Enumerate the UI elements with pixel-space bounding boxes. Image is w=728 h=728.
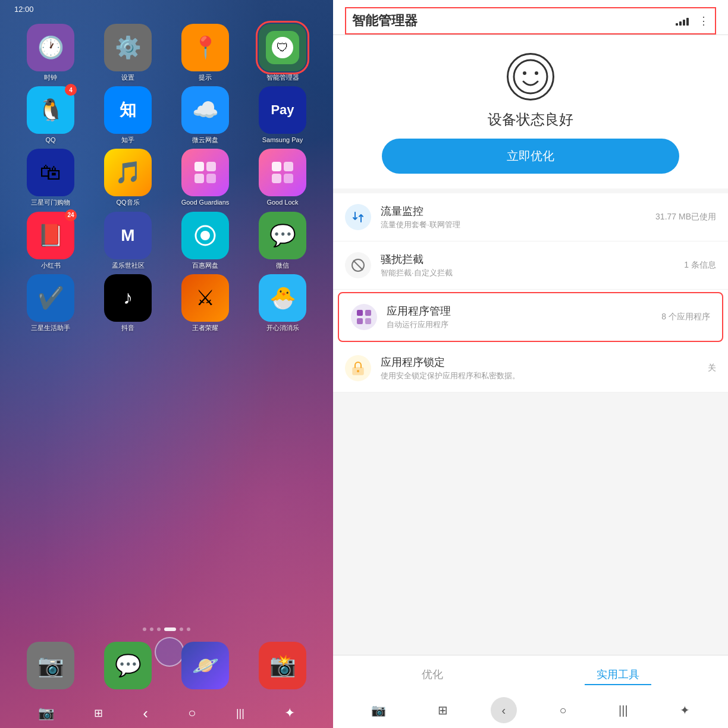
nav-camera-left[interactable]: 📷 bbox=[38, 705, 54, 721]
left-panel: 12:00 🕐 时钟 ⚙️ 设置 📍 提示 🛡 bbox=[0, 0, 333, 728]
dock-camera2[interactable]: 📸 bbox=[250, 642, 315, 689]
app-manager-content: 应用程序管理 自动运行应用程序 bbox=[387, 304, 661, 330]
traffic-value: 31.77 MB已使用 bbox=[655, 212, 716, 222]
svg-rect-7 bbox=[284, 174, 293, 183]
app-douyin[interactable]: ♪ 抖音 bbox=[95, 274, 161, 332]
app-row-3: 🛍 三星可门购物 🎵 QQ音乐 Good Guardians bbox=[12, 149, 321, 206]
block-title: 骚扰拦截 bbox=[381, 252, 684, 266]
nav-bar-left: 📷 ⊞ ‹ ○ ||| ✦ bbox=[0, 698, 333, 728]
app-clock[interactable]: 🕐 时钟 bbox=[18, 24, 83, 81]
nav-menu-right[interactable]: ||| bbox=[609, 699, 638, 722]
app-manager-title: 应用程序管理 bbox=[387, 304, 661, 318]
app-happy[interactable]: 🐣 开心消消乐 bbox=[250, 274, 315, 332]
svg-rect-5 bbox=[284, 162, 293, 171]
app-wechat[interactable]: 💬 微信 bbox=[250, 212, 315, 269]
app-samsung-pay[interactable]: Pay Samsung Pay bbox=[250, 86, 315, 144]
traffic-icon bbox=[345, 204, 371, 230]
tab-tools[interactable]: 实用工具 bbox=[585, 665, 651, 685]
nav-recent-left[interactable]: ⊞ bbox=[94, 707, 103, 720]
dot-5[interactable] bbox=[180, 627, 183, 631]
dock-messages[interactable]: 💬 bbox=[95, 642, 161, 689]
title-bar: 智能管理器 ⋮ bbox=[345, 7, 716, 34]
app-honor[interactable]: ⚔ 王者荣耀 bbox=[172, 274, 238, 332]
app-lock-subtitle: 使用安全锁定保护应用程序和私密数据。 bbox=[381, 371, 708, 381]
nav-back-left[interactable]: ‹ bbox=[143, 704, 148, 723]
dock-camera[interactable]: 📷 bbox=[18, 642, 83, 689]
app-zhihu[interactable]: 知 知乎 bbox=[95, 86, 161, 144]
nav-recent-right[interactable]: ⊞ bbox=[428, 698, 457, 722]
menu-traffic[interactable]: 流量监控 流量使用套餐·联网管理 31.77 MB已使用 bbox=[333, 193, 728, 241]
block-content: 骚扰拦截 智能拦截·自定义拦截 bbox=[381, 252, 684, 278]
app-row-1: 🕐 时钟 ⚙️ 设置 📍 提示 🛡 智能管理器 bbox=[12, 24, 321, 81]
svg-point-20 bbox=[357, 370, 359, 372]
menu-app-manager[interactable]: 应用程序管理 自动运行应用程序 8 个应用程序 bbox=[338, 292, 723, 342]
nav-star-left[interactable]: ✦ bbox=[284, 705, 295, 721]
svg-rect-16 bbox=[365, 310, 371, 316]
app-good-lock[interactable]: Good Lock bbox=[250, 149, 315, 206]
app-manager-value: 8 个应用程序 bbox=[661, 312, 710, 322]
app-xiaohongshu[interactable]: 📕 24 小红书 bbox=[18, 212, 83, 269]
dot-4[interactable] bbox=[164, 627, 176, 631]
app-baihui[interactable]: 百惠网盘 bbox=[172, 212, 238, 269]
svg-point-11 bbox=[523, 71, 526, 75]
dock: 📷 💬 🪐 📸 bbox=[0, 636, 333, 698]
tab-bar: 优化 实用工具 bbox=[333, 655, 728, 692]
status-section: 设备状态良好 立即优化 bbox=[333, 35, 728, 189]
nav-home-left[interactable]: ○ bbox=[188, 705, 196, 721]
svg-point-12 bbox=[535, 71, 538, 75]
app-manager-subtitle: 自动运行应用程序 bbox=[387, 319, 661, 330]
svg-rect-15 bbox=[357, 310, 363, 316]
app-row-5: ✔️ 三星生活助手 ♪ 抖音 ⚔ 王者荣耀 🐣 开心消消乐 bbox=[12, 274, 321, 332]
block-icon bbox=[345, 252, 371, 278]
app-samsung-store[interactable]: 🛍 三星可门购物 bbox=[18, 149, 83, 206]
svg-rect-18 bbox=[365, 318, 371, 324]
app-lock-icon bbox=[345, 355, 371, 381]
svg-rect-4 bbox=[272, 162, 281, 171]
svg-rect-6 bbox=[272, 174, 281, 183]
svg-rect-3 bbox=[206, 174, 216, 183]
nav-camera-right[interactable]: 📷 bbox=[362, 698, 396, 722]
dot-3[interactable] bbox=[157, 627, 161, 631]
smiley-face bbox=[507, 53, 554, 101]
bottom-section: 优化 实用工具 📷 ⊞ ‹ ○ ||| ✦ bbox=[333, 655, 728, 728]
menu-section: 流量监控 流量使用套餐·联网管理 31.77 MB已使用 骚扰拦截 智能拦截·自… bbox=[333, 193, 728, 393]
app-qq-music[interactable]: 🎵 QQ音乐 bbox=[95, 149, 161, 206]
dot-1[interactable] bbox=[143, 627, 146, 631]
block-value: 1 条信息 bbox=[684, 260, 716, 271]
nav-back-right[interactable]: ‹ bbox=[491, 697, 517, 723]
app-grid: 🕐 时钟 ⚙️ 设置 📍 提示 🛡 智能管理器 bbox=[0, 18, 333, 623]
app-settings[interactable]: ⚙️ 设置 bbox=[95, 24, 161, 81]
dot-2[interactable] bbox=[150, 627, 153, 631]
nav-home-right[interactable]: ○ bbox=[550, 699, 576, 722]
menu-app-lock[interactable]: 应用程序锁定 使用安全锁定保护应用程序和私密数据。 关 bbox=[333, 344, 728, 393]
menu-block[interactable]: 骚扰拦截 智能拦截·自定义拦截 1 条信息 bbox=[333, 241, 728, 290]
svg-rect-1 bbox=[206, 162, 216, 171]
nav-bar-right: 📷 ⊞ ‹ ○ ||| ✦ bbox=[333, 692, 728, 728]
page-title: 智能管理器 bbox=[352, 12, 418, 30]
optimize-button[interactable]: 立即优化 bbox=[382, 139, 679, 174]
spacer bbox=[333, 397, 728, 655]
app-qq[interactable]: 🐧 4 QQ bbox=[18, 86, 83, 144]
app-lock-value: 关 bbox=[708, 363, 716, 374]
app-smart-manager[interactable]: 🛡 智能管理器 bbox=[250, 24, 315, 81]
dock-circle-bubble[interactable]: 🪐 bbox=[172, 642, 238, 689]
svg-point-10 bbox=[514, 60, 547, 93]
svg-point-9 bbox=[200, 231, 210, 240]
status-text: 设备状态良好 bbox=[488, 110, 573, 129]
app-weiyun[interactable]: ☁️ 微云网盘 bbox=[172, 86, 238, 144]
right-panel: 智能管理器 ⋮ 设备状态良好 立即优化 bbox=[333, 0, 728, 728]
nav-star-right[interactable]: ✦ bbox=[670, 698, 699, 722]
dot-6[interactable] bbox=[187, 627, 190, 631]
tab-optimize[interactable]: 优化 bbox=[410, 665, 455, 685]
page-dots bbox=[0, 623, 333, 636]
app-mengle[interactable]: M 孟乐世社区 bbox=[95, 212, 161, 269]
svg-rect-2 bbox=[194, 174, 204, 183]
app-tips[interactable]: 📍 提示 bbox=[172, 24, 238, 81]
time-left: 12:00 bbox=[14, 5, 34, 14]
more-icon[interactable]: ⋮ bbox=[698, 14, 709, 27]
svg-rect-0 bbox=[194, 162, 204, 171]
nav-menu-left[interactable]: ||| bbox=[236, 707, 244, 720]
app-samsung-life[interactable]: ✔️ 三星生活助手 bbox=[18, 274, 83, 332]
app-good-guardians[interactable]: Good Guardians bbox=[172, 149, 238, 206]
app-row-4: 📕 24 小红书 M 孟乐世社区 百惠网盘 💬 bbox=[12, 212, 321, 269]
